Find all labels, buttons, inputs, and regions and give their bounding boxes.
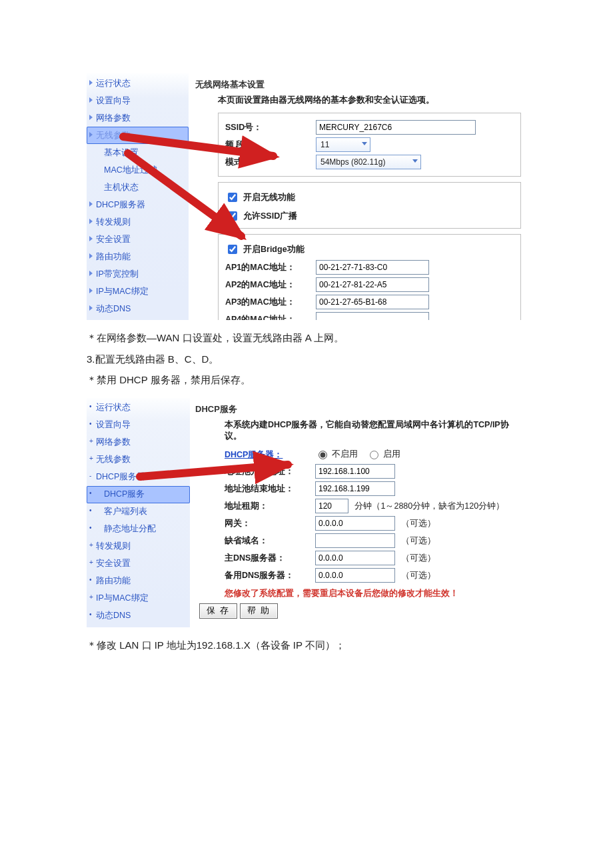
mode-label: 模式： bbox=[225, 157, 312, 168]
sidebar-item[interactable]: -DHCP服务器 bbox=[87, 469, 190, 486]
sidebar-item[interactable]: 基本设置 bbox=[87, 144, 189, 161]
triangle-icon bbox=[89, 236, 93, 241]
triangle-icon bbox=[89, 97, 93, 103]
ssid-label: SSID号： bbox=[225, 122, 312, 133]
save-button[interactable]: 保 存 bbox=[199, 603, 237, 619]
restart-warning: 您修改了系统配置，需要重启本设备后您做的修改才能生效！ bbox=[225, 588, 521, 599]
help-button[interactable]: 帮 助 bbox=[240, 603, 278, 619]
ap2-input[interactable] bbox=[316, 277, 429, 292]
sidebar-item[interactable]: IP与MAC绑定 bbox=[87, 283, 189, 300]
panel-description: 本页面设置路由器无线网络的基本参数和安全认证选项。 bbox=[218, 95, 521, 106]
sidebar-item[interactable]: •DHCP服务 bbox=[87, 486, 190, 503]
sidebar-item[interactable]: •路由功能 bbox=[87, 573, 190, 590]
sidebar-item-label: 转发规则 bbox=[96, 217, 131, 227]
sidebar-item-label: 动态DNS bbox=[96, 304, 131, 313]
ap1-input[interactable] bbox=[316, 260, 429, 275]
ap1-label: AP1的MAC地址： bbox=[225, 262, 312, 273]
sidebar-item-label: IP与MAC绑定 bbox=[96, 593, 149, 603]
sidebar-item[interactable]: +安全设置 bbox=[87, 555, 190, 573]
enable-wifi-checkbox[interactable]: 开启无线功能 bbox=[225, 191, 295, 204]
sidebar-item[interactable]: MAC地址过滤 bbox=[87, 161, 189, 179]
dhcp-server-label: DHCP服务器： bbox=[225, 449, 311, 461]
sidebar-item[interactable]: 安全设置 bbox=[87, 231, 189, 248]
sidebar-item[interactable]: IP带宽控制 bbox=[87, 265, 189, 283]
plus-icon: + bbox=[89, 455, 96, 462]
sidebar-item[interactable]: +转发规则 bbox=[87, 538, 190, 555]
dhcp-off-radio[interactable]: 不启用 bbox=[315, 449, 358, 460]
sidebar-item[interactable]: •静态地址分配 bbox=[87, 521, 190, 538]
sidebar-item-label: 运行状态 bbox=[96, 403, 131, 412]
sidebar-item-label: DHCP服务 bbox=[104, 489, 145, 499]
sidebar-item[interactable]: DHCP服务器 bbox=[87, 196, 189, 213]
sidebar-item-label: DHCP服务器 bbox=[96, 200, 145, 209]
sidebar-item[interactable]: •设置向导 bbox=[87, 417, 190, 434]
pool-end-input[interactable] bbox=[315, 481, 395, 496]
lease-input[interactable] bbox=[315, 499, 348, 513]
triangle-icon bbox=[89, 201, 93, 207]
broadcast-ssid-label: 允许SSID广播 bbox=[243, 211, 297, 222]
note-dhcp: ＊禁用 DHCP 服务器，禁用后保存。 bbox=[87, 371, 526, 389]
sidebar-item[interactable]: +系统工具 bbox=[87, 625, 190, 627]
sidebar-item[interactable]: 转发规则 bbox=[87, 213, 189, 231]
triangle-icon bbox=[89, 132, 93, 137]
sidebar-item[interactable]: 路由功能 bbox=[87, 248, 189, 265]
sidebar-item[interactable]: +无线参数 bbox=[87, 451, 190, 469]
sidebar-item-label: 网络参数 bbox=[96, 437, 131, 447]
bullet-icon: • bbox=[89, 421, 96, 427]
dns2-input[interactable] bbox=[315, 568, 395, 583]
triangle-icon bbox=[89, 253, 93, 259]
sidebar-item[interactable]: +IP与MAC绑定 bbox=[87, 590, 190, 607]
broadcast-ssid-box[interactable] bbox=[228, 211, 237, 221]
dhcp-on-radio[interactable]: 启用 bbox=[366, 449, 400, 460]
sidebar-item[interactable]: +网络参数 bbox=[87, 434, 190, 451]
triangle-icon bbox=[89, 115, 93, 120]
dhcp-panel: DHCP服务 本系统内建DHCP服务器，它能自动替您配置局域网中各计算机的TCP… bbox=[190, 398, 526, 627]
sidebar-item[interactable]: 动态DNS bbox=[87, 300, 189, 317]
sidebar-item[interactable]: •客户端列表 bbox=[87, 503, 190, 521]
sidebar: 运行状态设置向导网络参数无线参数基本设置MAC地址过滤主机状态DHCP服务器转发… bbox=[87, 73, 190, 320]
sidebar-item-label: 无线参数 bbox=[96, 131, 131, 140]
enable-wifi-box[interactable] bbox=[228, 193, 237, 202]
sidebar-item[interactable]: 无线参数 bbox=[87, 127, 189, 144]
bridge-group: 开启Bridge功能 AP1的MAC地址： AP2的MAC地址： AP3的MAC… bbox=[218, 234, 521, 320]
ap4-input[interactable] bbox=[316, 312, 429, 320]
dns1-input[interactable] bbox=[315, 551, 395, 565]
sidebar-item-label: 路由功能 bbox=[96, 252, 131, 261]
note-wan: ＊在网络参数—WAN 口设置处，设置无线路由器 A 上网。 bbox=[87, 329, 526, 347]
sidebar-item[interactable]: 网络参数 bbox=[87, 109, 189, 127]
enable-bridge-box[interactable] bbox=[228, 245, 237, 254]
lease-note: 分钟（1～2880分钟，缺省为120分钟） bbox=[354, 501, 504, 511]
sidebar-item-label: 网络参数 bbox=[96, 113, 131, 123]
sidebar-item[interactable]: 系统工具 bbox=[87, 317, 189, 320]
panel-title: DHCP服务 bbox=[195, 403, 521, 415]
bullet-icon: • bbox=[89, 577, 96, 583]
domain-input[interactable] bbox=[315, 533, 395, 548]
sidebar-item[interactable]: •运行状态 bbox=[87, 399, 190, 417]
dns2-label: 备用DNS服务器： bbox=[225, 570, 311, 581]
channel-select[interactable]: 11 bbox=[316, 137, 370, 152]
gateway-input[interactable] bbox=[315, 516, 395, 531]
bullet-icon: • bbox=[89, 525, 96, 531]
ap3-input[interactable] bbox=[316, 295, 429, 309]
plus-icon: + bbox=[89, 542, 96, 549]
panel-title: 无线网络基本设置 bbox=[195, 79, 521, 91]
enable-bridge-checkbox[interactable]: 开启Bridge功能 bbox=[225, 243, 305, 256]
triangle-icon bbox=[89, 288, 93, 293]
sidebar-item[interactable]: 主机状态 bbox=[87, 179, 189, 196]
bullet-icon: • bbox=[89, 403, 96, 410]
sidebar-item-label: 设置向导 bbox=[96, 96, 131, 105]
sidebar-item[interactable]: •动态DNS bbox=[87, 607, 190, 625]
sidebar-item[interactable]: 运行状态 bbox=[87, 75, 189, 92]
enable-wifi-label: 开启无线功能 bbox=[243, 192, 295, 203]
sidebar-item-label: 安全设置 bbox=[96, 235, 131, 244]
lease-label: 地址租期： bbox=[225, 501, 311, 512]
dhcp-settings-ui: •运行状态•设置向导+网络参数+无线参数-DHCP服务器•DHCP服务•客户端列… bbox=[87, 398, 526, 627]
mode-select[interactable]: 54Mbps (802.11g) bbox=[316, 155, 421, 169]
sidebar-item-label: 客户端列表 bbox=[104, 507, 147, 516]
ssid-input[interactable] bbox=[316, 120, 476, 135]
pool-start-input[interactable] bbox=[315, 464, 395, 479]
broadcast-ssid-checkbox[interactable]: 允许SSID广播 bbox=[225, 209, 297, 223]
sidebar-item[interactable]: 设置向导 bbox=[87, 92, 189, 109]
wireless-settings-ui: 运行状态设置向导网络参数无线参数基本设置MAC地址过滤主机状态DHCP服务器转发… bbox=[87, 73, 526, 320]
ap2-label: AP2的MAC地址： bbox=[225, 279, 312, 291]
